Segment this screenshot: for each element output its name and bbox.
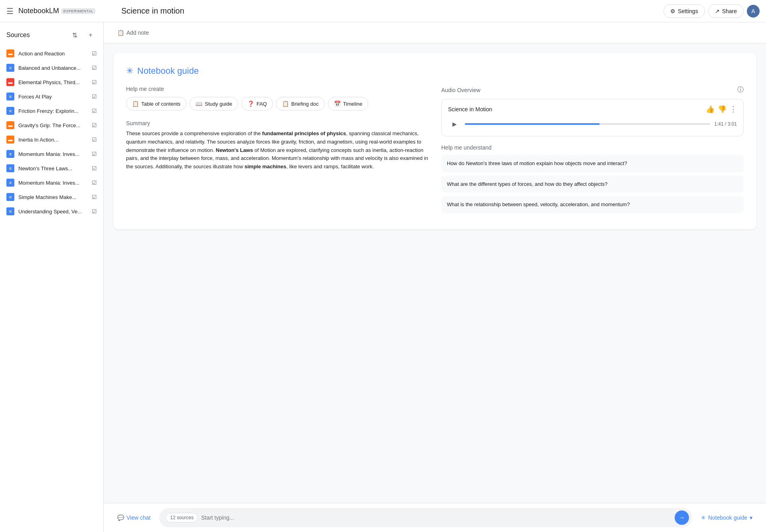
summary-text-1: These sources provide a comprehensive ex… xyxy=(126,130,262,136)
source-item[interactable]: ≡ Momentum Mania: Inves... ☑ xyxy=(0,147,103,161)
add-note-icon: 📋 xyxy=(117,30,124,36)
source-check-icon: ☑ xyxy=(92,79,97,85)
action-btn-toc[interactable]: 📋 Table of contents xyxy=(126,97,186,110)
chat-input[interactable] xyxy=(201,514,671,521)
view-chat-icon: 💬 xyxy=(117,514,124,521)
understand-card[interactable]: How do Newton's three laws of motion exp… xyxy=(441,155,744,172)
source-item[interactable]: ≡ Momentum Mania: Inves... ☑ xyxy=(0,175,103,190)
thumbs-up-button[interactable]: 👍 xyxy=(706,105,715,114)
info-icon[interactable]: ⓘ xyxy=(737,86,744,94)
action-buttons: 📋 Table of contents 📖 Study guide ❓ FAQ … xyxy=(126,97,428,110)
source-check-icon: ☑ xyxy=(92,122,97,128)
view-chat-button[interactable]: 💬 View chat xyxy=(113,512,154,523)
source-item[interactable]: ≡ Simple Machines Make... ☑ xyxy=(0,190,103,204)
source-name: Momentum Mania: Inves... xyxy=(18,151,88,157)
brand-badge: EXPERIMENTAL xyxy=(61,8,95,14)
audio-progress: ▶ 1:41 / 3:01 xyxy=(448,118,737,130)
action-btn-timeline[interactable]: 📅 Timeline xyxy=(328,97,369,110)
source-item[interactable]: ≡ Friction Frenzy: Explorin... ☑ xyxy=(0,104,103,118)
source-check-icon: ☑ xyxy=(92,65,97,71)
notebook-guide-button[interactable]: ✳ Notebook guide ▾ xyxy=(697,512,756,523)
sources-list: ▬ Action and Reaction ☑ ≡ Balanced and U… xyxy=(0,45,103,532)
thumbs-down-button[interactable]: 👎 xyxy=(718,105,727,114)
source-item[interactable]: ▬ Elemental Physics, Third... ☑ xyxy=(0,75,103,89)
action-btn-icon-faq: ❓ xyxy=(247,100,254,107)
content-scroll: ✳ Notebook guide Help me create 📋 Table … xyxy=(104,43,766,503)
settings-icon: ⚙ xyxy=(670,8,675,14)
avatar[interactable]: A xyxy=(747,5,760,18)
bottom-bar: 💬 View chat 12 sources → ✳ Notebook guid… xyxy=(104,503,766,532)
action-btn-label-toc: Table of contents xyxy=(141,101,180,107)
source-icon: ≡ xyxy=(6,193,14,201)
source-item[interactable]: ≡ Understanding Speed, Ve... ☑ xyxy=(0,204,103,219)
share-button[interactable]: ↗ Share xyxy=(708,4,744,18)
guide-star-icon: ✳ xyxy=(126,66,133,76)
notebook-guide-star-icon: ✳ xyxy=(701,514,706,521)
summary-section: Summary These sources provide a comprehe… xyxy=(126,120,428,171)
source-check-icon: ☑ xyxy=(92,179,97,186)
sidebar-header: Sources ⇅ + xyxy=(0,22,103,45)
send-icon: → xyxy=(679,514,685,521)
source-icon: ▬ xyxy=(6,136,14,144)
source-check-icon: ☑ xyxy=(92,50,97,57)
filter-icon[interactable]: ⇅ xyxy=(68,29,81,41)
source-name: Forces At Play xyxy=(18,94,88,100)
menu-icon[interactable]: ☰ xyxy=(6,6,14,16)
view-chat-label: View chat xyxy=(126,514,150,521)
settings-label: Settings xyxy=(678,8,698,14)
action-btn-study[interactable]: 📖 Study guide xyxy=(190,97,238,110)
source-icon: ≡ xyxy=(6,164,14,172)
more-options-button[interactable]: ⋮ xyxy=(730,105,737,114)
source-name: Inertia In Action... xyxy=(18,137,88,143)
source-icon: ▬ xyxy=(6,49,14,57)
source-item[interactable]: ▬ Action and Reaction ☑ xyxy=(0,46,103,61)
audio-controls: 👍 👎 ⋮ xyxy=(706,105,737,114)
topbar: ☰ NotebookLM EXPERIMENTAL Science in mot… xyxy=(0,0,766,22)
guide-title: Notebook guide xyxy=(137,66,199,76)
source-item[interactable]: ≡ Balanced and Unbalance... ☑ xyxy=(0,61,103,75)
sidebar-actions: ⇅ + xyxy=(68,29,97,41)
add-note-button[interactable]: 📋 Add note xyxy=(113,27,153,38)
understand-cards: How do Newton's three laws of motion exp… xyxy=(441,155,744,213)
summary-text: These sources provide a comprehensive ex… xyxy=(126,130,428,171)
summary-bold-2: Newton's Laws xyxy=(216,147,253,153)
understand-section: Help me understand How do Newton's three… xyxy=(441,144,744,213)
audio-player-top: Science in Motion 👍 👎 ⋮ xyxy=(448,105,737,114)
action-btn-label-faq: FAQ xyxy=(257,101,267,107)
audio-header: Audio Overview ⓘ xyxy=(441,86,744,94)
audio-player-title: Science in Motion xyxy=(448,106,492,112)
send-button[interactable]: → xyxy=(675,510,689,525)
topbar-center: Science in motion xyxy=(115,6,659,16)
source-item[interactable]: ▬ Inertia In Action... ☑ xyxy=(0,132,103,147)
settings-button[interactable]: ⚙ Settings xyxy=(663,4,705,18)
source-icon: ▬ xyxy=(6,121,14,129)
understand-card[interactable]: What is the relationship between speed, … xyxy=(441,196,744,213)
progress-bar[interactable] xyxy=(465,123,710,125)
source-name: Newton's Three Laws... xyxy=(18,166,88,171)
share-label: Share xyxy=(722,8,737,14)
topbar-right: ⚙ Settings ↗ Share A xyxy=(663,4,760,18)
source-icon: ≡ xyxy=(6,107,14,115)
add-note-label: Add note xyxy=(126,30,149,36)
brand-name: NotebookLM xyxy=(18,7,59,15)
summary-label: Summary xyxy=(126,120,428,126)
chat-input-container: 12 sources → xyxy=(159,508,692,527)
notebook-guide-btn-label: Notebook guide xyxy=(708,514,747,521)
guide-right: Audio Overview ⓘ Science in Motion 👍 👎 ⋮ xyxy=(441,86,744,217)
source-item[interactable]: ▬ Gravity's Grip: The Force... ☑ xyxy=(0,118,103,132)
progress-time: 1:41 / 3:01 xyxy=(714,121,737,127)
guide-left: Help me create 📋 Table of contents 📖 Stu… xyxy=(126,86,428,217)
source-icon: ≡ xyxy=(6,93,14,100)
action-btn-faq[interactable]: ❓ FAQ xyxy=(241,97,273,110)
notebook-title: Science in motion xyxy=(121,6,184,15)
action-btn-label-study: Study guide xyxy=(205,101,232,107)
add-source-button[interactable]: + xyxy=(84,29,97,41)
main-layout: Sources ⇅ + ▬ Action and Reaction ☑ ≡ Ba… xyxy=(0,22,766,532)
content-top-bar: 📋 Add note xyxy=(104,22,766,43)
summary-bold-3: simple machines xyxy=(245,164,286,169)
source-item[interactable]: ≡ Newton's Three Laws... ☑ xyxy=(0,161,103,175)
action-btn-briefing[interactable]: 📋 Briefing doc xyxy=(276,97,325,110)
understand-card[interactable]: What are the different types of forces, … xyxy=(441,175,744,193)
source-item[interactable]: ≡ Forces At Play ☑ xyxy=(0,89,103,104)
play-button[interactable]: ▶ xyxy=(448,118,461,130)
